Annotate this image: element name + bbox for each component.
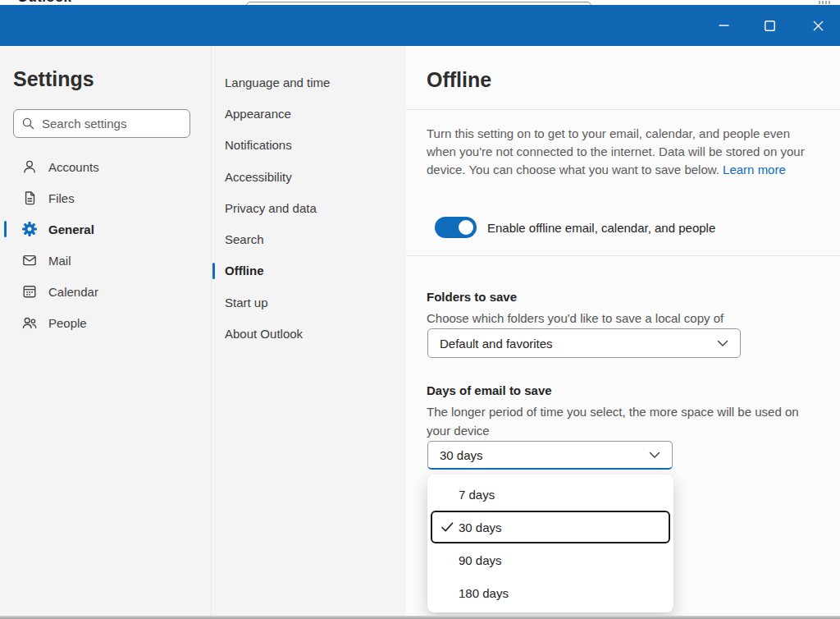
menu-option-30-days[interactable]: 30 days (431, 511, 670, 543)
nav-item-label: Privacy and data (225, 201, 317, 215)
sidebar-item-label: Files (48, 191, 75, 205)
nav-item-search[interactable]: Search (212, 223, 406, 254)
close-button[interactable] (799, 5, 837, 46)
nav-item-accessibility[interactable]: Accessibility (212, 161, 406, 192)
days-of-email-label: Days of email to save (427, 383, 552, 397)
nav-item-appearance[interactable]: Appearance (212, 98, 406, 129)
general-category-nav: Language and time Appearance Notificatio… (211, 46, 406, 616)
divider (406, 255, 840, 256)
nav-item-privacy-and-data[interactable]: Privacy and data (212, 192, 406, 223)
close-icon (813, 21, 824, 31)
nav-item-offline[interactable]: Offline (212, 255, 406, 287)
background-app-strip: Outlook (0, 0, 840, 5)
days-of-email-help: The longer period of time you select, th… (427, 402, 812, 440)
nav-item-label: About Outlook (225, 327, 303, 341)
settings-search-box[interactable] (13, 109, 190, 138)
window-bottom-edge (0, 616, 840, 619)
gear-icon (21, 221, 38, 237)
nav-item-about-outlook[interactable]: About Outlook (212, 318, 406, 349)
menu-option-label: 90 days (459, 553, 502, 567)
background-ui-fragment (819, 1, 832, 4)
nav-item-notifications[interactable]: Notifications (212, 130, 406, 161)
nav-item-label: Start up (225, 296, 268, 310)
menu-option-90-days[interactable]: 90 days (431, 543, 670, 576)
document-icon (21, 190, 38, 206)
learn-more-link[interactable]: Learn more (723, 163, 786, 177)
people-icon (21, 314, 38, 331)
sidebar-item-accounts[interactable]: Accounts (0, 151, 211, 182)
menu-option-label: 7 days (459, 488, 495, 502)
background-app-title: Outlook (17, 0, 71, 5)
background-search-bar (246, 2, 591, 5)
offline-toggle-row: Enable offline email, calendar, and peop… (435, 217, 715, 238)
sidebar-item-people[interactable]: People (0, 307, 211, 338)
sidebar-item-files[interactable]: Files (0, 182, 211, 213)
person-icon (21, 158, 38, 175)
dropdown-value: 30 days (440, 448, 483, 462)
folders-to-save-dropdown[interactable]: Default and favorites (427, 328, 741, 358)
nav-item-label: Appearance (225, 107, 291, 121)
offline-description: Turn this setting on to get to your emai… (427, 125, 808, 179)
minimize-icon (719, 21, 729, 30)
sidebar-item-label: Mail (48, 254, 71, 268)
menu-option-label: 180 days (459, 586, 509, 600)
search-input[interactable] (42, 117, 182, 131)
settings-window: Outlook Settings (0, 0, 840, 619)
nav-item-start-up[interactable]: Start up (212, 287, 406, 318)
calendar-icon (21, 283, 38, 300)
sidebar-item-label: General (48, 222, 94, 236)
chevron-down-icon (717, 340, 728, 347)
nav-item-label: Offline (225, 264, 264, 277)
dropdown-value: Default and favorites (440, 337, 553, 351)
chevron-down-icon (649, 452, 660, 459)
nav-item-label: Accessibility (225, 170, 292, 184)
checkmark-icon (441, 521, 454, 533)
days-dropdown-menu: 7 days 30 days 90 days 180 days (427, 475, 673, 612)
nav-item-language-and-time[interactable]: Language and time (212, 66, 406, 98)
page-title: Offline (427, 68, 491, 92)
divider (406, 109, 840, 110)
menu-option-180-days[interactable]: 180 days (431, 576, 670, 609)
folders-to-save-label: Folders to save (427, 290, 517, 304)
folders-to-save-help: Choose which folders you'd like to save … (427, 309, 812, 328)
sidebar-item-general[interactable]: General (0, 213, 211, 245)
sidebar-item-calendar[interactable]: Calendar (0, 276, 211, 307)
titlebar (0, 5, 840, 46)
maximize-button[interactable] (751, 5, 788, 46)
toggle-label: Enable offline email, calendar, and peop… (487, 221, 715, 235)
days-of-email-dropdown[interactable]: 30 days (427, 441, 673, 470)
offline-toggle[interactable] (435, 217, 477, 238)
settings-sidebar: Settings Accounts (0, 46, 211, 616)
sidebar-item-label: People (48, 316, 87, 330)
toggle-knob (459, 220, 473, 235)
maximize-icon (765, 21, 775, 31)
nav-item-label: Language and time (225, 76, 330, 89)
sidebar-item-mail[interactable]: Mail (0, 245, 211, 276)
nav-item-label: Notifications (225, 138, 292, 152)
nav-item-label: Search (225, 232, 264, 246)
settings-title: Settings (13, 67, 94, 91)
mail-icon (21, 252, 38, 268)
sidebar-item-label: Accounts (48, 160, 99, 174)
menu-option-7-days[interactable]: 7 days (431, 478, 670, 511)
search-icon (21, 117, 35, 131)
sidebar-list: Accounts Files (0, 151, 211, 338)
sidebar-item-label: Calendar (48, 285, 98, 299)
minimize-button[interactable] (705, 5, 742, 46)
menu-option-label: 30 days (459, 520, 502, 534)
